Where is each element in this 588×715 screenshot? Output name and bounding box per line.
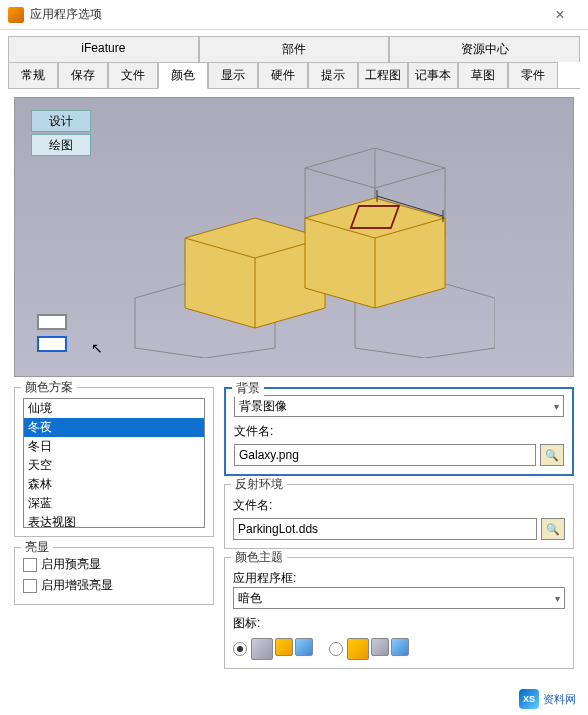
tab-assembly[interactable]: 部件 <box>199 36 390 62</box>
draw-mode-button[interactable]: 绘图 <box>31 134 91 156</box>
icon-preview-blue <box>391 638 409 656</box>
watermark-logo: XS <box>519 689 539 709</box>
enable-enhanced-highlight-row: 启用增强亮显 <box>23 575 205 596</box>
icon-style-option-1 <box>233 638 313 660</box>
enable-enhanced-highlight-checkbox[interactable] <box>23 579 37 593</box>
icon-cluster-2 <box>347 638 409 660</box>
icon-preview-blue <box>295 638 313 656</box>
watermark-brand: 资料网 <box>543 692 576 707</box>
app-icon <box>8 7 24 23</box>
app-frame-value: 暗色 <box>238 590 262 607</box>
reflection-file-label: 文件名: <box>233 497 565 514</box>
enable-prehighlight-label: 启用预亮显 <box>41 556 101 573</box>
icon-preview-gold <box>275 638 293 656</box>
reflection-file-input[interactable] <box>233 518 537 540</box>
icon-preview-grey <box>371 638 389 656</box>
reflection-browse-button[interactable]: 🔍 <box>541 518 565 540</box>
left-column: 颜色方案 仙境 冬夜 冬日 天空 森林 深蓝 表达视图 高对比 黄金时代 亮显 … <box>14 387 214 669</box>
color-scheme-group: 颜色方案 仙境 冬夜 冬日 天空 森林 深蓝 表达视图 高对比 黄金时代 <box>14 387 214 537</box>
app-frame-label: 应用程序框: <box>233 570 565 587</box>
title-bar: 应用程序选项 × <box>0 0 588 30</box>
tab-row-bottom: 常规 保存 文件 颜色 显示 硬件 提示 工程图 记事本 草图 零件 <box>8 62 580 89</box>
icon-preview-gold <box>347 638 369 660</box>
scheme-item-5[interactable]: 深蓝 <box>24 494 204 513</box>
tab-notepad[interactable]: 记事本 <box>408 62 458 88</box>
tab-hardware[interactable]: 硬件 <box>258 62 308 88</box>
right-column: 背景 背景图像 ▾ 文件名: 🔍 反射环境 文件名: 🔍 <box>224 387 574 669</box>
color-swatches <box>37 314 67 358</box>
tab-color[interactable]: 颜色 <box>158 62 208 89</box>
swatch-blue[interactable] <box>37 336 67 352</box>
tab-sketch[interactable]: 草图 <box>458 62 508 88</box>
reflection-label: 反射环境 <box>231 476 287 493</box>
tab-row-top: iFeature 部件 资源中心 <box>8 36 580 62</box>
background-type-combo[interactable]: 背景图像 ▾ <box>234 395 564 417</box>
tab-general[interactable]: 常规 <box>8 62 58 88</box>
color-scheme-listbox[interactable]: 仙境 冬夜 冬日 天空 森林 深蓝 表达视图 高对比 黄金时代 <box>23 398 205 528</box>
window-title: 应用程序选项 <box>30 6 540 23</box>
chevron-down-icon: ▾ <box>555 593 560 604</box>
icon-style-radio-1[interactable] <box>233 642 247 656</box>
highlight-group: 亮显 启用预亮显 启用增强亮显 <box>14 547 214 605</box>
reflection-file-row: 🔍 <box>233 518 565 540</box>
tab-prompt[interactable]: 提示 <box>308 62 358 88</box>
enable-enhanced-highlight-label: 启用增强亮显 <box>41 577 113 594</box>
preview-mode-buttons: 设计 绘图 <box>31 110 91 158</box>
scheme-item-6[interactable]: 表达视图 <box>24 513 204 528</box>
watermark: XS 资料网 <box>513 687 582 711</box>
swatch-white[interactable] <box>37 314 67 330</box>
color-scheme-label: 颜色方案 <box>21 379 77 396</box>
scheme-item-0[interactable]: 仙境 <box>24 399 204 418</box>
scheme-item-3[interactable]: 天空 <box>24 456 204 475</box>
background-file-input[interactable] <box>234 444 536 466</box>
tab-display[interactable]: 显示 <box>208 62 258 88</box>
theme-label: 颜色主题 <box>231 549 287 566</box>
tab-ifeature[interactable]: iFeature <box>8 36 199 62</box>
highlight-label: 亮显 <box>21 539 53 556</box>
background-label: 背景 <box>232 380 264 397</box>
scheme-item-4[interactable]: 森林 <box>24 475 204 494</box>
enable-prehighlight-checkbox[interactable] <box>23 558 37 572</box>
background-type-value: 背景图像 <box>239 398 287 415</box>
icon-cluster-1 <box>251 638 313 660</box>
design-mode-button[interactable]: 设计 <box>31 110 91 132</box>
scheme-item-1[interactable]: 冬夜 <box>24 418 204 437</box>
folder-icon: 🔍 <box>545 449 559 462</box>
cursor-icon: ↖ <box>91 340 103 356</box>
reflection-group: 反射环境 文件名: 🔍 <box>224 484 574 549</box>
preview-panel: 设计 绘图 ↖ <box>14 97 574 377</box>
icon-style-radio-2[interactable] <box>329 642 343 656</box>
app-frame-combo[interactable]: 暗色 ▾ <box>233 587 565 609</box>
tab-drawing[interactable]: 工程图 <box>358 62 408 88</box>
folder-icon: 🔍 <box>546 523 560 536</box>
preview-3d-cubes <box>125 148 495 358</box>
background-browse-button[interactable]: 🔍 <box>540 444 564 466</box>
chevron-down-icon: ▾ <box>554 401 559 412</box>
tab-save[interactable]: 保存 <box>58 62 108 88</box>
enable-prehighlight-row: 启用预亮显 <box>23 554 205 575</box>
tab-part[interactable]: 零件 <box>508 62 558 88</box>
theme-group: 颜色主题 应用程序框: 暗色 ▾ 图标: <box>224 557 574 669</box>
lower-panel: 颜色方案 仙境 冬夜 冬日 天空 森林 深蓝 表达视图 高对比 黄金时代 亮显 … <box>0 387 588 681</box>
icon-style-option-2 <box>329 638 409 660</box>
icon-preview-grey <box>251 638 273 660</box>
background-file-label: 文件名: <box>234 423 564 440</box>
tab-resource-center[interactable]: 资源中心 <box>389 36 580 62</box>
background-file-row: 🔍 <box>234 444 564 466</box>
icon-style-label: 图标: <box>233 615 565 632</box>
close-button[interactable]: × <box>540 0 580 30</box>
tab-strip: iFeature 部件 资源中心 常规 保存 文件 颜色 显示 硬件 提示 工程… <box>0 30 588 89</box>
icon-style-row <box>233 638 565 660</box>
background-group: 背景 背景图像 ▾ 文件名: 🔍 <box>224 387 574 476</box>
scheme-item-2[interactable]: 冬日 <box>24 437 204 456</box>
tab-file[interactable]: 文件 <box>108 62 158 88</box>
